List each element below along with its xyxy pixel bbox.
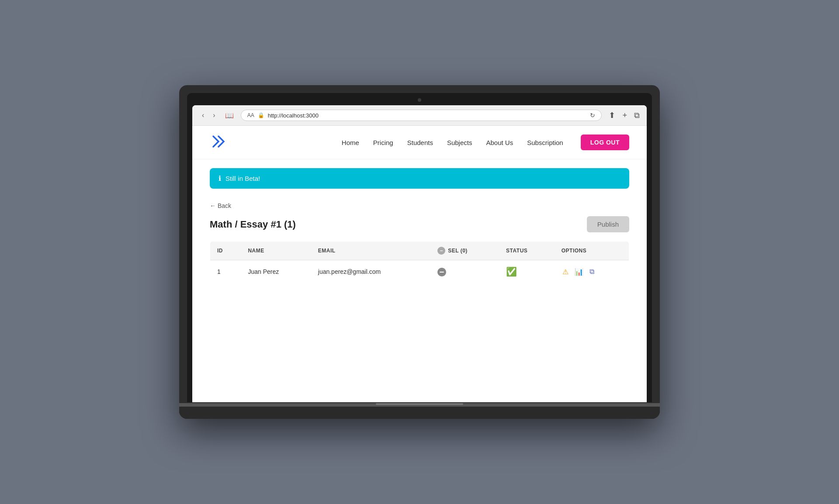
chart-button[interactable]: 📊 <box>574 267 584 277</box>
nav-links: Home Pricing Students Subjects About Us … <box>342 139 563 146</box>
browser-window: ‹ › 📖 AA 🔒 ↻ ⬆ + ⧉ <box>192 105 647 402</box>
laptop-hinge <box>179 403 660 407</box>
address-bar: AA 🔒 ↻ <box>241 110 602 121</box>
col-email: EMAIL <box>311 242 430 260</box>
url-input[interactable] <box>268 112 587 119</box>
cell-id: 1 <box>210 260 241 283</box>
app-nav: Home Pricing Students Subjects About Us … <box>192 126 647 159</box>
back-button[interactable]: ‹ <box>199 110 207 120</box>
reload-icon[interactable]: ↻ <box>590 112 595 119</box>
new-tab-button[interactable]: + <box>622 111 627 120</box>
nav-students[interactable]: Students <box>407 139 433 146</box>
lock-icon: 🔒 <box>258 112 264 118</box>
browser-toolbar: ‹ › 📖 AA 🔒 ↻ ⬆ + ⧉ <box>192 105 647 126</box>
cell-options: ⚠ 📊 ⧉ <box>555 260 629 283</box>
status-check-icon: ✅ <box>506 267 517 276</box>
nav-home[interactable]: Home <box>342 139 359 146</box>
app-logo <box>210 133 227 152</box>
students-table: ID NAME EMAIL − SEL (0) STATUS <box>210 241 629 283</box>
logo-svg <box>210 133 227 150</box>
main-content: ← Back Math / Essay #1 (1) Publish ID NA… <box>192 197 647 301</box>
laptop-bottom <box>179 407 660 419</box>
app-content: Home Pricing Students Subjects About Us … <box>192 126 647 301</box>
bookmark-icon: 📖 <box>225 111 234 120</box>
sel-circle-icon: − <box>437 247 445 255</box>
tabs-button[interactable]: ⧉ <box>634 111 640 120</box>
col-options: OPTIONS <box>555 242 629 260</box>
cell-email: juan.perez@gmail.com <box>311 260 430 283</box>
checkbox-inner <box>440 272 444 273</box>
col-id: ID <box>210 242 241 260</box>
nav-subjects[interactable]: Subjects <box>447 139 472 146</box>
screen-bezel: ‹ › 📖 AA 🔒 ↻ ⬆ + ⧉ <box>187 93 652 402</box>
cell-sel <box>430 260 499 283</box>
warning-button[interactable]: ⚠ <box>562 267 569 277</box>
aa-label: AA <box>247 112 254 118</box>
row-select-checkbox[interactable] <box>437 268 446 276</box>
page-title: Math / Essay #1 (1) <box>210 219 296 230</box>
table-header-row: ID NAME EMAIL − SEL (0) STATUS <box>210 242 629 260</box>
nav-pricing[interactable]: Pricing <box>373 139 393 146</box>
laptop-frame: ‹ › 📖 AA 🔒 ↻ ⬆ + ⧉ <box>179 85 660 419</box>
beta-banner: ℹ Still in Beta! <box>210 168 629 189</box>
share-button[interactable]: ⬆ <box>609 110 615 120</box>
table-row: 1 Juan Perez juan.perez@gmail.com ✅ <box>210 260 629 283</box>
col-sel: − SEL (0) <box>430 242 499 260</box>
copy-button[interactable]: ⧉ <box>589 267 595 276</box>
forward-button[interactable]: › <box>210 110 218 120</box>
info-icon: ℹ <box>218 174 221 183</box>
cell-status: ✅ <box>499 260 555 283</box>
nav-about[interactable]: About Us <box>486 139 513 146</box>
camera-dot <box>418 98 421 102</box>
logout-button[interactable]: LOG OUT <box>581 135 629 150</box>
browser-actions: ⬆ + ⧉ <box>609 110 640 120</box>
publish-button[interactable]: Publish <box>587 216 629 232</box>
options-cell: ⚠ 📊 ⧉ <box>562 267 622 277</box>
hinge-bar <box>376 403 463 405</box>
page-header: Math / Essay #1 (1) Publish <box>210 216 629 232</box>
col-status: STATUS <box>499 242 555 260</box>
nav-buttons: ‹ › <box>199 110 218 120</box>
nav-subscription[interactable]: Subscription <box>527 139 563 146</box>
back-link[interactable]: ← Back <box>210 202 231 209</box>
beta-banner-text: Still in Beta! <box>225 175 260 182</box>
col-name: NAME <box>241 242 311 260</box>
cell-name: Juan Perez <box>241 260 311 283</box>
